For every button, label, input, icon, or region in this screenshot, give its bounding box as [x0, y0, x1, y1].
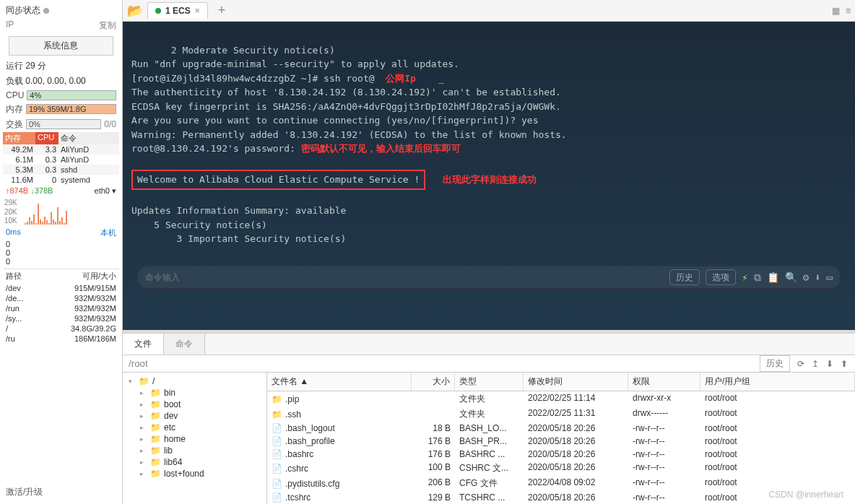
download-file-icon[interactable]: ⬇	[826, 359, 833, 369]
host-label[interactable]: 本机	[100, 227, 116, 238]
disk-hdr-size[interactable]: 可用/大小	[35, 271, 116, 282]
net-down: ↓378B	[30, 186, 53, 195]
file-row[interactable]: 📁.pip文件夹2022/02/25 11:14drwxr-xr-xroot/r…	[267, 391, 855, 407]
mem-pct: 19%	[29, 105, 45, 113]
sync-label: 同步状态	[6, 4, 40, 17]
sync-dot-icon	[43, 8, 49, 14]
col-perm[interactable]: 权限	[628, 373, 700, 391]
term-line: root@8.130.24.192's password:	[131, 143, 295, 154]
history-button[interactable]: 历史	[669, 269, 700, 285]
sidebar: 同步状态 IP 复制 系统信息 运行 29 分 负载 0.00, 0.00, 0…	[0, 0, 123, 504]
proc-row[interactable]: 49.2M3.3AliYunD	[3, 144, 119, 155]
uptime-text: 运行 29 分	[6, 60, 46, 72]
disk-row[interactable]: /sy...932M/932M	[3, 313, 119, 323]
col-time[interactable]: 修改时间	[524, 373, 628, 391]
proc-row[interactable]: 11.6M0systemd	[3, 175, 119, 185]
tab-status-icon	[155, 8, 161, 14]
mem-val: 359M/1.8G	[47, 105, 86, 113]
proc-row[interactable]: 5.3M0.3sshd	[3, 165, 119, 175]
list-view-icon[interactable]: ≡	[846, 6, 851, 16]
file-row[interactable]: 📄.bash_profile176 BBASH_PR...2020/05/18 …	[267, 435, 855, 448]
options-button[interactable]: 选项	[706, 269, 736, 285]
disk-row[interactable]: /dev915M/915M	[3, 283, 119, 293]
search-icon[interactable]: 🔍	[785, 270, 797, 285]
swap-label: 交换	[6, 118, 23, 131]
tree-item[interactable]: ▸📁boot	[123, 399, 266, 410]
disk-row[interactable]: /de...932M/932M	[3, 293, 119, 303]
disk-row[interactable]: /ru186M/186M	[3, 334, 119, 344]
ip-label: IP	[6, 19, 14, 32]
sync-status: 同步状态	[3, 3, 119, 18]
net-up: ↑874B	[6, 186, 28, 195]
grid-view-icon[interactable]: ▦	[832, 6, 840, 16]
load-text: 负载 0.00, 0.00, 0.00	[6, 75, 86, 87]
col-user[interactable]: 用户/用户组	[700, 373, 855, 391]
copy-button[interactable]: 复制	[99, 19, 116, 32]
fullscreen-icon[interactable]: ▭	[827, 270, 833, 285]
up-icon[interactable]: ↥	[812, 359, 819, 369]
mem-label: 内存	[6, 103, 23, 116]
close-icon[interactable]: ×	[195, 6, 200, 16]
proc-row[interactable]: 6.1M0.3AliYunD	[3, 155, 119, 165]
tabbar: 📂 1 ECS × + ▦ ≡	[123, 0, 855, 22]
file-row[interactable]: 📄.cshrc100 BCSHRC 文...2020/05/18 20:26-r…	[267, 461, 855, 476]
cpu-label: CPU	[6, 90, 24, 100]
paste-icon[interactable]: 📋	[767, 270, 779, 285]
term-line: Updates Information Summary: available	[131, 205, 346, 216]
file-row[interactable]: 📁.ssh文件夹2022/02/25 11:31drwx------root/r…	[267, 407, 855, 422]
tree-item[interactable]: ▸📁home	[123, 433, 266, 445]
tab-file[interactable]: 文件	[123, 334, 164, 355]
path-input[interactable]	[123, 355, 752, 372]
sysinfo-button[interactable]: 系统信息	[9, 36, 113, 56]
main-area: 📂 1 ECS × + ▦ ≡ 2 Moderate Security noti…	[123, 0, 855, 504]
tree-item[interactable]: ▸📁dev	[123, 410, 266, 422]
col-size[interactable]: 大小	[412, 373, 455, 391]
download-icon[interactable]: ⬇	[815, 270, 820, 285]
gear-icon[interactable]: ⚙	[803, 270, 809, 285]
refresh-icon[interactable]: ⟳	[797, 359, 804, 369]
term-line: [root@iZ0jld34l89hw4wc4dzzgbZ ~]# ssh ro…	[131, 73, 375, 84]
term-line: ECDSA key fingerprint is SHA256:/aA4ZnQ0…	[131, 101, 561, 112]
path-history-button[interactable]: 历史	[760, 355, 790, 372]
file-row[interactable]: 📄.bash_logout18 BBASH_LO...2020/05/18 20…	[267, 422, 855, 435]
activate-link[interactable]: 激活/升级	[3, 483, 119, 501]
terminal[interactable]: 2 Moderate Security notice(s) Run "dnf u…	[123, 22, 855, 330]
command-input[interactable]	[145, 272, 664, 282]
swap-val: 0/0	[104, 119, 116, 129]
tree-item[interactable]: ▸📁etc	[123, 422, 266, 433]
tab-command[interactable]: 命令	[164, 334, 205, 355]
tab-ecs[interactable]: 1 ECS ×	[147, 2, 208, 19]
tree-item[interactable]: ▸📁lib64	[123, 456, 266, 468]
file-row[interactable]: 📄.tcshrc129 BTCSHRC ...2020/05/18 20:26-…	[267, 491, 855, 504]
traffic-chart: 29K20K10K	[3, 197, 119, 226]
annotation-ip: 公网Ip	[375, 73, 416, 84]
copy-icon[interactable]: ⧉	[754, 270, 761, 285]
tree-item[interactable]: ▾📁/	[123, 375, 266, 387]
cpu-value: 4%	[27, 90, 116, 100]
latency-label: 0ms	[6, 227, 21, 238]
proc-hdr-cpu[interactable]: CPU	[35, 132, 58, 144]
open-folder-icon[interactable]: 📂	[127, 3, 143, 19]
term-line: Are you sure you want to continue connec…	[131, 115, 539, 126]
term-line: The authenticity of host '8.130.24.192 (…	[131, 87, 561, 97]
file-row[interactable]: 📄.bashrc176 BBASHRC ...2020/05/18 20:26-…	[267, 448, 855, 461]
proc-hdr-mem[interactable]: 内存	[3, 132, 35, 144]
col-type[interactable]: 类型	[455, 373, 524, 391]
upload-file-icon[interactable]: ⬆	[841, 359, 848, 369]
term-line: Run "dnf upgrade-minimal --security" to …	[131, 58, 459, 69]
watermark: CSDN @innerheart	[768, 490, 843, 500]
file-table: 文件名 ▲ 大小 类型 修改时间 权限 用户/用户组 📁.pip文件夹2022/…	[267, 373, 855, 504]
tree-item[interactable]: ▸📁lib	[123, 445, 266, 456]
proc-hdr-cmd[interactable]: 命令	[58, 132, 119, 144]
disk-row[interactable]: /run932M/932M	[3, 303, 119, 313]
disk-hdr-path[interactable]: 路径	[6, 271, 35, 282]
lightning-icon[interactable]: ⚡	[742, 270, 747, 285]
tree-item[interactable]: ▸📁lost+found	[123, 468, 266, 479]
col-name[interactable]: 文件名 ▲	[267, 373, 412, 391]
tree-item[interactable]: ▸📁bin	[123, 387, 266, 399]
bottom-panel: 文件 命令 历史 ⟳ ↥ ⬇ ⬆ ▾📁/▸📁bin▸📁boot▸📁dev▸📁et…	[123, 333, 855, 504]
net-iface-select[interactable]: eth0 ▾	[95, 186, 116, 196]
file-row[interactable]: 📄.pydistutils.cfg206 BCFG 文件2022/04/08 0…	[267, 476, 855, 491]
disk-row[interactable]: /34.8G/39.2G	[3, 323, 119, 334]
new-tab-button[interactable]: +	[212, 3, 232, 18]
